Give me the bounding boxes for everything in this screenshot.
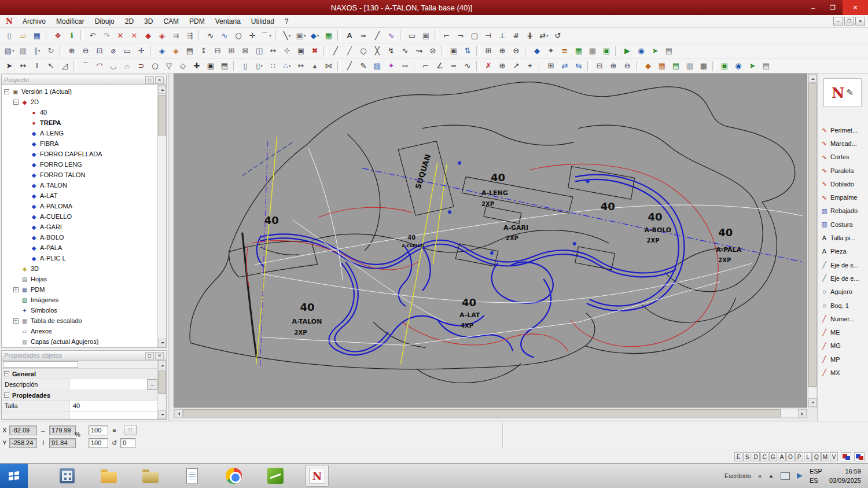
swap-right-button[interactable]: ⇄ [558,60,572,72]
grid-2-button[interactable]: ⊞ [544,60,558,72]
tool-rebajado[interactable]: ▥Rebajado [819,204,867,218]
erase-dup-button[interactable]: ◈ [155,29,169,42]
small-circle-button[interactable]: ○ [148,60,162,72]
globe-button[interactable]: ◉ [634,45,648,57]
tool-eje-de-e[interactable]: ╱Eje de e... [819,271,867,285]
scroll-up-icon[interactable] [808,74,816,83]
menu-item-modificar[interactable]: Modificar [51,16,90,27]
spline-button[interactable]: ∿ [384,29,398,42]
taskbar-app-notepad[interactable] [181,465,204,487]
tree-item-anexos[interactable]: ▱Anexos [2,326,157,336]
scroll-left-icon[interactable] [174,409,183,417]
crosshair-button[interactable]: ⌖ [523,60,537,72]
tree-item-a-leng[interactable]: ◆A-LENG [2,128,157,138]
tool-empalme[interactable]: ∿Empalme [819,190,867,204]
add-circ-button[interactable]: ⊕ [495,60,509,72]
expand-button[interactable]: ⊞ [225,45,238,57]
menu-item-item[interactable]: ? [279,16,294,27]
triangle-down-button[interactable]: ▽ [162,60,176,72]
refresh-button[interactable]: ↻ [44,45,58,57]
tree-item-forro-talon[interactable]: ◆FORRO TALON [2,170,157,180]
action-center-flag-icon[interactable] [797,473,803,479]
erase-button[interactable]: ◆ [141,29,155,42]
property-value[interactable] [70,412,157,419]
properties-panel-close-button[interactable]: ✕ [155,352,164,359]
tree-expander-icon[interactable]: − [4,89,9,94]
menu-item-3d[interactable]: 3D [139,16,158,27]
send-button[interactable]: ➤ [648,45,662,57]
sheet-2-button[interactable]: ▥ [683,60,697,72]
tree-item-a-lat[interactable]: ◆A-LAT [2,190,157,201]
mode-button-a[interactable]: A [778,452,786,461]
tray-expand-icon[interactable]: ▲ [768,473,774,479]
taskbar-app-file-explorer[interactable] [97,465,120,487]
snap-button[interactable]: ⊹ [280,45,294,57]
hook-5-button[interactable]: ⊃ [134,60,148,72]
width-input[interactable]: 179.99 [49,425,76,435]
property-group-propiedades[interactable]: −Propiedades [2,390,157,401]
freehand-button[interactable]: ∿ [398,45,412,57]
menu-item-dibujo[interactable]: Dibujo [90,16,120,27]
tool-mp[interactable]: ╱MP [819,353,867,366]
mode-button-v[interactable]: V [830,452,838,461]
select-button[interactable]: ➤ [2,60,16,72]
tree-item-trepa[interactable]: ●TREPA [2,118,157,128]
tool-paralela[interactable]: ∿Paralela [819,164,867,177]
scale-x-input[interactable]: 100 [89,425,108,435]
text-button[interactable]: A [343,29,356,42]
zoom-out-button[interactable]: ⊖ [79,45,93,57]
cad-canvas[interactable]: SUQUAN40A-LENG2XP4040A-BOLO2XP40A-PALA2X… [174,74,807,408]
scroll-down-icon[interactable] [808,398,816,407]
scroll-up-icon[interactable] [158,361,166,369]
pan-button[interactable]: ✛ [134,45,148,57]
tool-marcad[interactable]: ∿Marcad... [819,137,867,150]
menu-item-2d[interactable]: 2D [120,16,139,27]
workgroup-button[interactable]: ❖ [51,29,65,42]
tree-item-s-mbolos[interactable]: ✦Símbolos [2,305,157,315]
y-coordinate-input[interactable]: -258.24 [9,438,37,448]
grid-box-button[interactable]: ▣ [294,45,308,57]
diamond-pair-button[interactable]: ◆ [641,60,655,72]
taskbar-app-calculator[interactable] [56,465,79,487]
fill-button[interactable]: ▦ [322,29,336,42]
del-mark-button[interactable]: ✗ [481,60,495,72]
layer-status-icon[interactable] [841,452,851,461]
hook-4-button[interactable]: ⌓ [120,60,134,72]
dim-v-button[interactable]: ⊥ [495,29,509,42]
tree-item-fibra[interactable]: ◆FIBRA [2,138,157,149]
mag-minus-button[interactable]: ⊖ [509,45,523,57]
collapse-button[interactable]: ⊟ [211,45,225,57]
delete-red-button[interactable]: ✖ [308,45,322,57]
approx-button[interactable]: ≈ [447,60,461,72]
height-input[interactable]: 91.84 [49,438,76,448]
info-button[interactable]: ℹ [65,29,79,42]
point-button[interactable]: ◆▾ [308,29,322,42]
view-status-icon[interactable] [854,452,865,461]
ellipsis-button[interactable]: ... [147,379,157,390]
swap-left-button[interactable]: ⇆ [572,60,586,72]
magic-button[interactable]: ✦ [384,60,398,72]
tool-me[interactable]: ╱ME [819,325,867,339]
wave-button[interactable]: ≈ [356,29,370,42]
mode-button-o[interactable]: O [786,452,795,461]
hook-1-button[interactable]: ⌒ [79,60,93,72]
minimize-button[interactable]: – [803,0,823,15]
grid-snap-button[interactable]: ∷ [124,425,137,435]
diamond-orange-button[interactable]: ◈ [169,45,183,57]
zoom-in-button[interactable]: ⊕ [65,45,79,57]
rows-button[interactable]: ▤ [183,45,197,57]
draw-line-button[interactable]: ╱ [343,60,356,72]
start-button[interactable] [0,464,28,488]
diamond-open-button[interactable]: ◇ [176,60,190,72]
scroll-right-icon[interactable] [798,409,807,417]
tree-item-a-paloma[interactable]: ◆A-PALOMA [2,201,157,211]
curve-button[interactable]: ∿ [204,29,218,42]
blue-hatch-button[interactable]: ▨ [370,60,384,72]
tree-item-forro-leng[interactable]: ◆FORRO LENG [2,159,157,170]
desktop-toolbar-label[interactable]: Escritorio [724,472,751,479]
tree-item-im-genes[interactable]: ▧Imágenes [2,295,157,305]
tools-button[interactable]: ✦ [544,45,558,57]
measure-button[interactable]: ⌀ [106,45,120,57]
rotate-button[interactable]: ↺ [551,29,565,42]
tree-item-a-gari[interactable]: ◆A-GARI [2,222,157,232]
